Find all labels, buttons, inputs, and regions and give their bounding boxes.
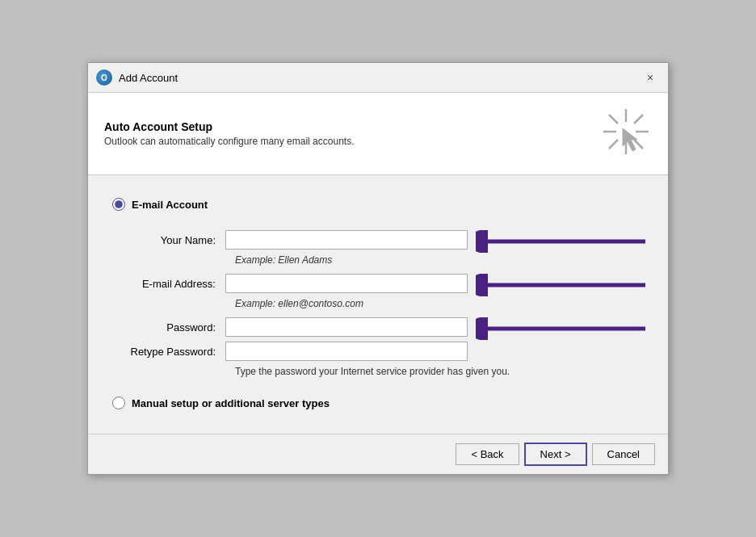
email-account-label: E-mail Account [132, 199, 208, 211]
header-subtitle: Outlook can automatically configure many… [104, 136, 355, 147]
password-arrow [476, 317, 653, 340]
header-graphic [600, 106, 652, 162]
content-area: E-mail Account Your Name: Example: Ell [88, 175, 668, 434]
retype-password-label: Retype Password: [120, 346, 225, 358]
retype-password-row: Retype Password: [120, 342, 644, 361]
dialog-title: Add Account [119, 72, 178, 84]
footer: < Back Next > Cancel [88, 434, 668, 474]
manual-setup-radio[interactable] [112, 396, 125, 409]
header-section: Auto Account Setup Outlook can automatic… [88, 93, 668, 175]
your-name-label: Your Name: [120, 234, 225, 246]
svg-line-6 [634, 115, 643, 124]
password-hint: Type the password your Internet service … [235, 366, 644, 377]
next-button[interactable]: Next > [524, 443, 587, 466]
email-address-input[interactable] [225, 274, 468, 293]
outlook-icon: O [96, 69, 112, 86]
your-name-row: Your Name: [120, 230, 644, 250]
manual-setup-option: Manual setup or additional server types [112, 396, 644, 417]
back-button[interactable]: < Back [456, 443, 519, 465]
add-account-dialog: O Add Account × Auto Account Setup Outlo… [87, 62, 669, 475]
email-account-radio[interactable] [112, 198, 125, 211]
close-button[interactable]: × [640, 68, 660, 87]
email-arrow [476, 274, 653, 296]
header-text: Auto Account Setup Outlook can automatic… [104, 120, 355, 147]
email-account-option: E-mail Account [112, 198, 644, 211]
title-bar-left: O Add Account [96, 69, 178, 86]
svg-line-5 [634, 140, 643, 149]
password-row: Password: [120, 317, 644, 337]
svg-marker-8 [623, 128, 637, 151]
form-section: Your Name: Example: Ellen Adams E-mail A… [112, 230, 644, 377]
svg-line-7 [609, 140, 618, 149]
password-input[interactable] [225, 317, 468, 337]
email-address-label: E-mail Address: [120, 278, 225, 290]
cancel-button[interactable]: Cancel [592, 443, 655, 465]
your-name-hint: Example: Ellen Adams [235, 254, 644, 266]
svg-line-4 [609, 115, 618, 124]
email-address-row: E-mail Address: [120, 274, 644, 293]
your-name-input[interactable] [225, 230, 468, 250]
sparkle-cursor-icon [600, 106, 652, 157]
retype-password-input[interactable] [225, 342, 468, 361]
email-address-hint: Example: ellen@contoso.com [235, 298, 644, 309]
manual-setup-label: Manual setup or additional server types [132, 397, 330, 409]
header-title: Auto Account Setup [104, 120, 355, 133]
password-label: Password: [120, 321, 225, 334]
name-arrow [476, 230, 653, 253]
title-bar: O Add Account × [88, 63, 668, 93]
